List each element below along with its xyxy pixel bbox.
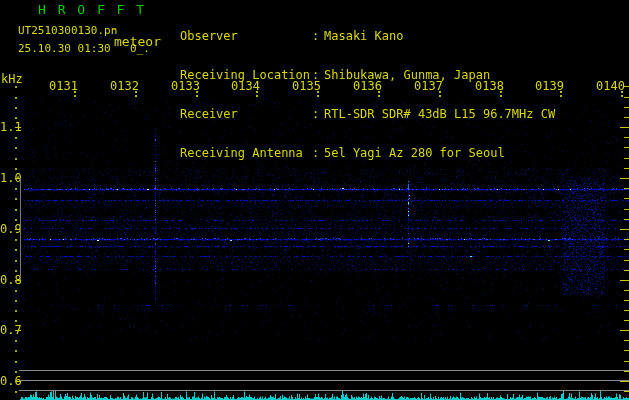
info-value: Shibukawa, Gunma, Japan — [324, 69, 490, 82]
time-tick — [439, 95, 441, 97]
freq-major-tick — [15, 381, 21, 382]
time-tick — [256, 91, 258, 93]
right-minor-tick — [624, 290, 629, 291]
right-minor-tick — [624, 300, 629, 301]
time-tick — [135, 91, 137, 93]
freq-minor-tick — [15, 219, 17, 221]
right-minor-tick — [624, 340, 629, 341]
freq-minor-tick — [15, 168, 17, 170]
freq-minor-tick — [15, 270, 17, 272]
right-minor-tick — [624, 270, 629, 271]
time-tick — [560, 95, 562, 97]
time-tick — [74, 95, 76, 97]
freq-minor-tick — [15, 290, 17, 292]
freq-minor-tick — [15, 371, 17, 373]
noise-floor-line — [19, 390, 629, 391]
right-major-tick — [620, 381, 629, 382]
search-band-marker — [20, 178, 21, 280]
right-minor-tick — [624, 371, 629, 372]
right-minor-tick — [624, 147, 629, 148]
info-value: RTL-SDR SDR# 43dB L15 96.7MHz CW — [324, 108, 555, 121]
noise-floor-line — [19, 380, 629, 381]
time-tick — [74, 91, 76, 93]
right-minor-tick — [624, 188, 629, 189]
freq-major-tick — [15, 330, 21, 331]
noise-floor-line — [19, 370, 629, 371]
right-minor-tick — [624, 168, 629, 169]
right-minor-tick — [624, 198, 629, 199]
info-colon: : — [312, 108, 324, 121]
right-minor-tick — [624, 310, 629, 311]
right-major-tick — [620, 280, 629, 281]
info-value: Masaki Kano — [324, 30, 403, 43]
info-label: Receiver — [180, 108, 312, 121]
freq-minor-tick — [15, 86, 17, 88]
right-minor-tick — [624, 260, 629, 261]
right-major-tick — [620, 127, 629, 128]
freq-minor-tick — [15, 198, 17, 200]
right-minor-tick — [624, 249, 629, 250]
freq-major-tick — [15, 280, 21, 281]
time-tick — [500, 91, 502, 93]
time-tick — [196, 95, 198, 97]
right-minor-tick — [624, 219, 629, 220]
time-tick — [378, 95, 380, 97]
info-label: Observer — [180, 30, 312, 43]
time-tick — [621, 91, 623, 93]
freq-minor-tick — [15, 97, 17, 99]
time-tick — [439, 91, 441, 93]
info-colon: : — [312, 147, 324, 160]
time-tick — [317, 95, 319, 97]
info-colon: : — [312, 30, 324, 43]
freq-minor-tick — [15, 249, 17, 251]
freq-minor-tick — [15, 310, 17, 312]
right-minor-tick — [624, 117, 629, 118]
datetime-label: 25.10.30 01:30 — [18, 42, 111, 55]
right-minor-tick — [624, 239, 629, 240]
freq-minor-tick — [15, 320, 17, 322]
time-tick — [256, 95, 258, 97]
right-major-tick — [620, 330, 629, 331]
info-label: Receiving Antenna — [180, 147, 312, 160]
freq-minor-tick — [15, 350, 17, 352]
info-row-antenna: Receiving Antenna:5el Yagi Az 280 for Se… — [180, 147, 555, 160]
right-minor-tick — [624, 97, 629, 98]
info-row-observer: Observer:Masaki Kano — [180, 30, 555, 43]
freq-minor-tick — [15, 239, 17, 241]
right-minor-tick — [624, 209, 629, 210]
station-info: Observer:Masaki Kano Receiving Location:… — [180, 4, 555, 186]
freq-minor-tick — [15, 137, 17, 139]
right-minor-tick — [624, 391, 629, 392]
freq-minor-tick — [15, 188, 17, 190]
right-major-tick — [620, 178, 629, 179]
freq-axis-unit: kHz — [1, 72, 23, 86]
echo-counter: 0_. — [130, 42, 150, 55]
right-minor-tick — [624, 320, 629, 321]
freq-minor-tick — [15, 158, 17, 160]
freq-minor-tick — [15, 391, 17, 393]
freq-minor-tick — [15, 300, 17, 302]
time-tick — [560, 91, 562, 93]
right-minor-tick — [624, 350, 629, 351]
freq-minor-tick — [15, 117, 17, 119]
right-minor-tick — [624, 158, 629, 159]
time-tick — [317, 91, 319, 93]
freq-minor-tick — [15, 147, 17, 149]
freq-minor-tick — [15, 260, 17, 262]
filename-label: UT2510300130.pn — [18, 24, 117, 37]
freq-minor-tick — [15, 340, 17, 342]
time-tick — [378, 91, 380, 93]
time-tick — [500, 95, 502, 97]
right-major-tick — [620, 229, 629, 230]
freq-minor-tick — [15, 361, 17, 363]
info-value: 5el Yagi Az 280 for Seoul — [324, 147, 505, 160]
right-minor-tick — [624, 361, 629, 362]
time-tick — [621, 95, 623, 97]
freq-minor-tick — [15, 209, 17, 211]
freq-minor-tick — [15, 107, 17, 109]
freq-major-tick — [15, 127, 21, 128]
time-tick — [196, 91, 198, 93]
time-tick — [135, 95, 137, 97]
right-minor-tick — [624, 137, 629, 138]
app-title: H R O F F T — [38, 2, 146, 17]
